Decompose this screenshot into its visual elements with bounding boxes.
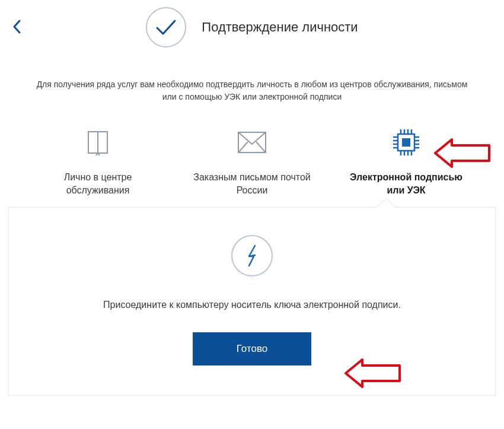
- page-header: Подтверждение личности: [0, 7, 504, 47]
- option-label: Заказным письмом почтой России: [193, 171, 311, 196]
- lightning-circle-icon: [231, 235, 273, 277]
- svg-rect-8: [402, 138, 410, 147]
- envelope-icon: [193, 125, 311, 160]
- ready-button[interactable]: Готово: [193, 332, 312, 366]
- subtitle-text: Для получения ряда услуг вам необходимо …: [0, 78, 504, 103]
- option-by-mail[interactable]: Заказным письмом почтой России: [193, 125, 311, 196]
- page-title: Подтверждение личности: [202, 20, 358, 35]
- option-in-person[interactable]: Лично в центре обслуживания: [39, 125, 157, 196]
- annotation-arrow-icon: [433, 138, 492, 168]
- option-label: Лично в центре обслуживания: [39, 171, 157, 196]
- option-label: Электронной подписью или УЭК: [347, 171, 465, 196]
- verification-options: Лично в центре обслуживания Заказным пис…: [0, 125, 504, 196]
- back-button[interactable]: [12, 19, 23, 37]
- book-icon: [39, 125, 157, 160]
- svg-line-6: [256, 142, 266, 152]
- check-circle-icon: [146, 7, 186, 47]
- annotation-arrow-icon: [343, 358, 403, 388]
- instruction-panel: Присоедините к компьютеру носитель ключа…: [8, 207, 496, 396]
- svg-line-5: [238, 142, 248, 152]
- instruction-text: Присоедините к компьютеру носитель ключа…: [27, 298, 477, 312]
- chevron-left-icon: [12, 19, 23, 34]
